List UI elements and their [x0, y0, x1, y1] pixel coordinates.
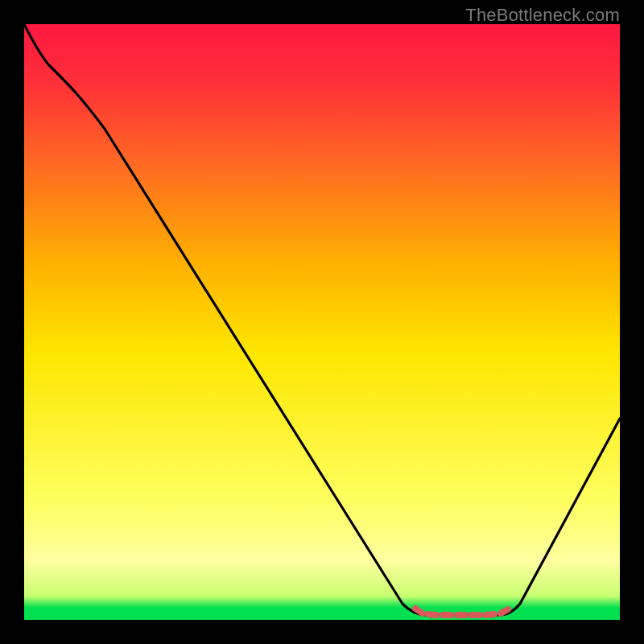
- chart-svg: [24, 24, 620, 620]
- chart-frame: TheBottleneck.com: [0, 0, 644, 644]
- gradient-background: [24, 24, 620, 620]
- plot-area: [24, 24, 620, 620]
- watermark-text: TheBottleneck.com: [465, 5, 620, 26]
